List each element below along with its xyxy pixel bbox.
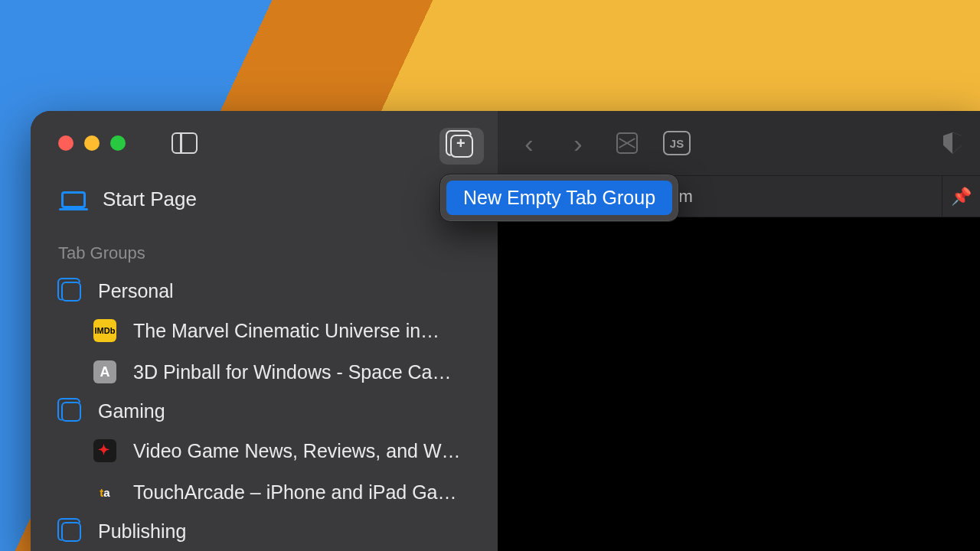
- favicon-generic-a: A: [93, 360, 116, 383]
- forward-button[interactable]: ›: [565, 130, 591, 156]
- sidebar: Start Page Tab Groups Personal IMDb The …: [31, 111, 498, 551]
- browser-window: Start Page Tab Groups Personal IMDb The …: [31, 111, 980, 551]
- js-label: JS: [670, 137, 684, 150]
- sidebar-item-group-personal[interactable]: Personal: [31, 272, 498, 310]
- tab-title-label: 3D Pinball for Windows - Space Ca…: [133, 361, 451, 383]
- sidebar-item-start-page[interactable]: Start Page: [31, 178, 498, 220]
- window-controls: [58, 135, 126, 151]
- pin-tab-button[interactable]: 📌: [942, 176, 980, 217]
- back-button[interactable]: ‹: [516, 130, 542, 156]
- group-label: Publishing: [98, 520, 186, 543]
- sidebar-item-group-publishing[interactable]: Publishing: [31, 513, 498, 550]
- group-label: Personal: [98, 280, 174, 302]
- sidebar-item-group-gaming[interactable]: Gaming: [31, 393, 498, 430]
- close-window-button[interactable]: [58, 135, 74, 151]
- tab-title-label: The Marvel Cinematic Universe in…: [133, 320, 439, 342]
- tab-group-icon: [61, 402, 81, 422]
- javascript-toggle-button[interactable]: JS: [663, 131, 691, 155]
- sidebar-tab-item[interactable]: IMDb The Marvel Cinematic Universe in…: [31, 310, 498, 351]
- zoom-window-button[interactable]: [110, 135, 126, 151]
- toolbar: ‹ › JS: [498, 111, 980, 175]
- tab-title-label: Video Game News, Reviews, and W…: [133, 440, 460, 462]
- favicon-imdb: IMDb: [93, 319, 116, 342]
- cube-icon: [616, 132, 638, 154]
- ar-quicklook-button[interactable]: [614, 130, 640, 156]
- plus-tabs-icon: [450, 135, 473, 158]
- minimize-window-button[interactable]: [84, 135, 100, 151]
- start-page-label: Start Page: [103, 187, 197, 211]
- tab-group-icon: [61, 282, 81, 302]
- group-label: Gaming: [98, 400, 165, 422]
- menu-item-new-empty-tab-group[interactable]: New Empty Tab Group: [446, 181, 672, 215]
- sidebar-tab-item[interactable]: Video Game News, Reviews, and W…: [31, 430, 498, 471]
- tab-title-label: TouchArcade – iPhone and iPad Ga…: [133, 481, 457, 504]
- tab-group-icon: [61, 522, 81, 542]
- toggle-sidebar-button[interactable]: [172, 132, 198, 154]
- titlebar: [31, 111, 498, 175]
- sidebar-tab-item[interactable]: ta TouchArcade – iPhone and iPad Ga…: [31, 471, 498, 513]
- sidebar-tab-item[interactable]: A 3D Pinball for Windows - Space Ca…: [31, 351, 498, 393]
- shield-icon: [952, 132, 962, 154]
- new-tab-group-menu: New Empty Tab Group: [439, 174, 679, 222]
- sidebar-content: Start Page Tab Groups Personal IMDb The …: [31, 175, 498, 550]
- new-tab-group-button[interactable]: [439, 128, 484, 165]
- web-content-area[interactable]: [498, 217, 980, 551]
- menu-item-label: New Empty Tab Group: [463, 187, 655, 208]
- sidebar-section-label: Tab Groups: [31, 220, 498, 272]
- privacy-shield-button[interactable]: [943, 132, 962, 154]
- laptop-icon: [61, 191, 86, 208]
- favicon-ign: [93, 439, 116, 462]
- favicon-toucharcade: ta: [93, 481, 116, 504]
